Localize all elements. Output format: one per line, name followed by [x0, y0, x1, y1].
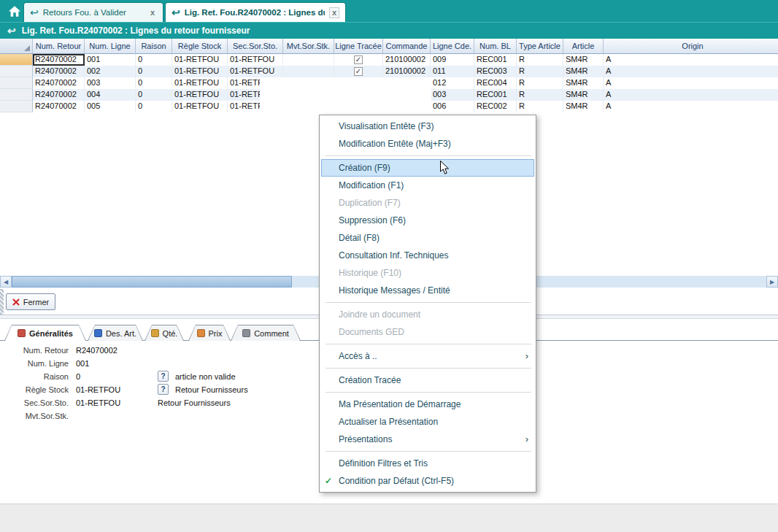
grid-cell: ✓: [334, 66, 383, 77]
submenu-arrow-icon: ›: [525, 347, 528, 365]
menu-item[interactable]: Création (F9): [321, 159, 534, 177]
column-header-sec_sor_sto[interactable]: Sec.Sor.Sto.: [228, 39, 283, 54]
scroll-right-button[interactable]: ▶: [766, 276, 778, 288]
detail-tab-inner: Comment: [231, 325, 300, 341]
menu-item-label: Joindre un document: [339, 309, 420, 320]
return-arrow-icon: ↩: [172, 7, 180, 18]
form-value: 01-RETFOU: [76, 398, 120, 407]
menu-item-label: Actualiser la Présentation: [339, 417, 438, 427]
menu-item-label: Création Tracée: [339, 375, 401, 385]
column-header-ligne_tracee[interactable]: Ligne Tracée: [334, 39, 383, 54]
row-selector[interactable]: [0, 89, 33, 101]
menu-item-label: Condition par Défaut (Ctrl-F5): [339, 476, 454, 486]
column-header-num_retour[interactable]: Num. Retour: [33, 39, 85, 54]
grid-cell: REC003: [474, 66, 517, 77]
detail-tab-inner: Qté.: [145, 325, 183, 341]
tab-retours-fou-a-valider[interactable]: ↩ Retours Fou. à Valider x: [23, 2, 163, 22]
column-header-num_bl[interactable]: Num. BL: [474, 39, 517, 54]
home-button[interactable]: [6, 4, 23, 19]
column-header-mvt_sor_stk[interactable]: Mvt.Sor.Stk.: [283, 39, 334, 54]
column-header-origine[interactable]: Origin: [604, 39, 778, 54]
detail-tab-2[interactable]: Qté.: [145, 325, 184, 341]
grid-cell: A: [604, 89, 778, 101]
row-selector[interactable]: [0, 66, 33, 77]
menu-item[interactable]: Historique Messages / Entité: [320, 282, 536, 299]
grid-cell: R: [517, 77, 563, 89]
menu-item[interactable]: Création Tracée: [320, 371, 536, 389]
menu-item[interactable]: Détail (F8): [320, 229, 536, 247]
grid-cell: 01-RETFOU: [172, 77, 228, 89]
scroll-thumb[interactable]: [12, 276, 292, 288]
column-header-article[interactable]: Article: [563, 39, 604, 54]
return-arrow-icon: ↩: [30, 7, 39, 18]
menu-item-label: Historique Messages / Entité: [339, 285, 450, 296]
grid-cell: REC001: [474, 54, 517, 66]
corner-triangle-icon: [24, 45, 30, 51]
detail-tab-label: Qté.: [163, 329, 178, 338]
row-selector[interactable]: [0, 54, 33, 66]
column-header-raison[interactable]: Raison: [136, 39, 172, 54]
form-value: 01-RETFOU: [76, 385, 120, 394]
menu-item-label: Détail (F8): [339, 233, 380, 243]
grid-cell: A: [604, 54, 778, 66]
column-header-regle_stock[interactable]: Règle Stock: [172, 39, 228, 54]
column-header-num_ligne[interactable]: Num. Ligne: [85, 39, 136, 54]
tab-close-icon[interactable]: x: [329, 7, 339, 18]
row-selector[interactable]: [0, 101, 33, 112]
menu-item[interactable]: Suppression (F6): [320, 212, 536, 229]
grid-cell: R24070002: [33, 89, 85, 101]
menu-item[interactable]: Définition Filtres et Tris: [320, 455, 536, 472]
menu-item-label: Ma Présentation de Démarrage: [339, 399, 461, 409]
grid-cell: 01-RETFOU: [172, 66, 228, 77]
repaint-artifact: [260, 77, 431, 112]
column-header-ligne_cde[interactable]: Ligne Cde.: [431, 39, 474, 54]
grid-cell: [283, 54, 334, 66]
grid-cell: 005: [85, 101, 136, 112]
splitter-grip[interactable]: [0, 289, 4, 318]
form-label: Sec.Sor.Sto.: [0, 398, 69, 407]
grid-cell: R: [517, 101, 563, 112]
tab-close-icon[interactable]: x: [148, 8, 157, 17]
menu-separator: [320, 365, 536, 371]
menu-item-label: Présentations: [339, 434, 392, 444]
detail-tab-0[interactable]: Généralités: [4, 325, 86, 341]
detail-tab-1[interactable]: Des. Art.: [88, 325, 143, 341]
form-value: 001: [76, 359, 89, 368]
detail-tab-4[interactable]: Comment: [231, 325, 301, 341]
menu-item[interactable]: Consultation Inf. Techniques: [320, 247, 536, 264]
menu-item-label: Documents GED: [339, 327, 404, 337]
lookup-button[interactable]: ?: [158, 371, 169, 382]
row-selector[interactable]: [0, 77, 33, 89]
menu-item[interactable]: Modification (F1): [320, 177, 536, 194]
menu-item[interactable]: Condition par Défaut (Ctrl-F5)✓: [320, 472, 536, 490]
form-value: R24070002: [76, 346, 118, 355]
column-header-type_article[interactable]: Type Article: [517, 39, 563, 54]
detail-tab-inner: Des. Art.: [88, 325, 142, 341]
column-header-commande[interactable]: Commande: [383, 39, 431, 54]
grid-cell: 01-RETFOU: [172, 89, 228, 101]
grid-row[interactable]: R24070002001001-RETFOU01-RETFOU✓21010000…: [0, 54, 778, 66]
form-helper-text: article non valide: [175, 372, 236, 381]
menu-item[interactable]: Modification Entête (Maj+F3): [320, 135, 536, 153]
menu-item[interactable]: Visualisation Entête (F3): [320, 117, 536, 135]
grid-cell: 001: [85, 54, 136, 66]
menu-item-label: Suppression (F6): [339, 215, 406, 225]
close-grid-button[interactable]: Fermer: [6, 293, 55, 310]
tab-lignes-retour-fournisseur[interactable]: ↩ Lig. Ret. Fou.R24070002 : Lignes du re…: [165, 2, 346, 22]
menu-item[interactable]: Accès à ..›: [320, 347, 536, 365]
menu-item[interactable]: Ma Présentation de Démarrage: [320, 396, 536, 413]
menu-item[interactable]: Présentations›: [320, 431, 536, 448]
grid-cell: R: [517, 66, 563, 77]
grid-cell: 002: [85, 66, 136, 77]
grid-cell: 003: [431, 89, 474, 101]
grid-cell: [283, 66, 334, 77]
menu-item[interactable]: Actualiser la Présentation: [320, 413, 536, 431]
lookup-button[interactable]: ?: [158, 384, 169, 395]
select-all-corner[interactable]: [0, 39, 33, 54]
grid-row[interactable]: R24070002002001-RETFOU01-RETFOU✓21010000…: [0, 66, 778, 77]
detail-tab-3[interactable]: Prix: [188, 325, 231, 341]
scroll-left-button[interactable]: ◀: [0, 276, 12, 288]
grid-cell: 0: [136, 101, 172, 112]
grid-cell: 0: [136, 89, 172, 101]
menu-item-label: Historique (F10): [339, 268, 401, 278]
